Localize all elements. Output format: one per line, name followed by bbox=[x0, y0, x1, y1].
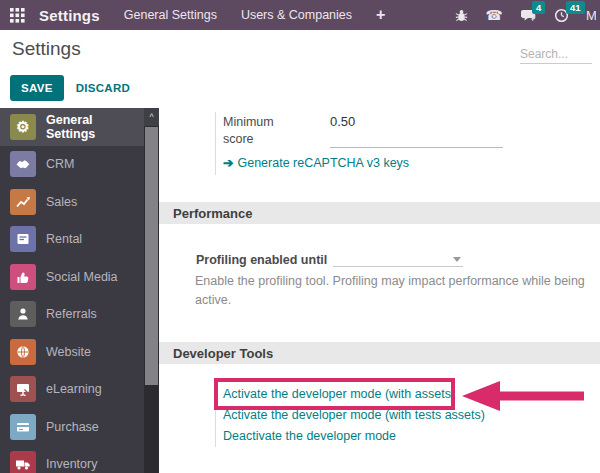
developer-tools-section-heading: Developer Tools bbox=[159, 342, 600, 364]
settings-sidebar: ⚙ General Settings CRM Sales bbox=[0, 108, 144, 473]
profiling-date-input[interactable] bbox=[333, 250, 463, 267]
menu-users-companies[interactable]: Users & Companies bbox=[241, 8, 352, 22]
minimum-score-setting: Minimum score 0.50 ➔Generate reCAPTCHA v… bbox=[215, 112, 515, 175]
deactivate-dev-mode-link[interactable]: Deactivate the developer mode bbox=[223, 426, 485, 447]
handshake-icon bbox=[10, 151, 36, 177]
generate-recaptcha-link[interactable]: ➔Generate reCAPTCHA v3 keys bbox=[223, 155, 409, 170]
apps-grid-icon[interactable] bbox=[10, 8, 25, 23]
page-header: Settings SAVE DISCARD bbox=[0, 30, 600, 108]
activate-dev-mode-assets-link[interactable]: Activate the developer mode (with assets… bbox=[223, 384, 485, 405]
sidebar-item-purchase[interactable]: Purchase bbox=[0, 408, 144, 446]
sidebar-item-sales[interactable]: Sales bbox=[0, 183, 144, 221]
sidebar-item-referrals[interactable]: Referrals bbox=[0, 296, 144, 334]
scrollbar-thumb[interactable] bbox=[145, 127, 158, 385]
sidebar-item-elearning[interactable]: eLearning bbox=[0, 371, 144, 409]
sidebar-item-social-media[interactable]: Social Media bbox=[0, 258, 144, 296]
globe-icon bbox=[10, 339, 36, 365]
search-input[interactable] bbox=[520, 45, 592, 64]
gear-icon: ⚙ bbox=[10, 114, 36, 140]
profiling-setting: Profiling enabled until bbox=[196, 250, 463, 267]
messages-icon[interactable]: 4 bbox=[520, 8, 537, 23]
truck-icon bbox=[10, 451, 36, 473]
settings-content: Minimum score 0.50 ➔Generate reCAPTCHA v… bbox=[159, 108, 600, 473]
app-name[interactable]: Settings bbox=[39, 7, 100, 24]
top-navbar: Settings General Settings Users & Compan… bbox=[0, 0, 600, 30]
save-button[interactable]: SAVE bbox=[10, 75, 64, 101]
odoo-settings-window: Settings General Settings Users & Compan… bbox=[0, 0, 600, 473]
developer-tools-links: Activate the developer mode (with assets… bbox=[215, 384, 485, 447]
performance-section-heading: Performance bbox=[159, 202, 600, 224]
card-icon bbox=[10, 414, 36, 440]
minimum-score-label: Minimum score bbox=[223, 114, 330, 148]
chart-icon bbox=[10, 189, 36, 215]
messages-count-badge: 4 bbox=[532, 1, 545, 15]
menu-general-settings[interactable]: General Settings bbox=[124, 8, 217, 22]
sidebar-item-crm[interactable]: CRM bbox=[0, 146, 144, 184]
phone-icon[interactable]: ☎ bbox=[486, 7, 503, 23]
user-menu[interactable]: M bbox=[586, 8, 596, 23]
search-box bbox=[520, 44, 592, 64]
scroll-up-icon[interactable]: ^ bbox=[144, 108, 159, 126]
document-icon bbox=[10, 226, 36, 252]
dropdown-caret-icon bbox=[453, 257, 461, 262]
sidebar-item-website[interactable]: Website bbox=[0, 333, 144, 371]
sidebar-item-general-settings[interactable]: ⚙ General Settings bbox=[0, 108, 144, 146]
presentation-icon bbox=[10, 376, 36, 402]
arrow-right-icon: ➔ bbox=[223, 156, 233, 170]
sidebar-item-inventory[interactable]: Inventory bbox=[0, 446, 144, 473]
sidebar-item-rental[interactable]: Rental bbox=[0, 221, 144, 259]
plus-menu-icon[interactable]: + bbox=[376, 6, 385, 24]
debug-bug-icon[interactable] bbox=[454, 8, 469, 23]
person-icon bbox=[10, 301, 36, 327]
profiling-help-text: Enable the profiling tool. Profiling may… bbox=[195, 272, 595, 311]
sidebar-scrollbar[interactable]: ^ bbox=[144, 108, 159, 473]
profiling-label: Profiling enabled until bbox=[196, 253, 327, 267]
activities-count-badge: 41 bbox=[566, 1, 585, 15]
page-title: Settings bbox=[12, 38, 81, 60]
discard-button[interactable]: DISCARD bbox=[76, 82, 131, 94]
activities-clock-icon[interactable]: 41 bbox=[554, 8, 569, 23]
thumbs-up-icon bbox=[10, 264, 36, 290]
activate-dev-mode-tests-link[interactable]: Activate the developer mode (with tests … bbox=[223, 405, 485, 426]
top-menu: General Settings Users & Companies + bbox=[124, 6, 386, 24]
minimum-score-input[interactable]: 0.50 bbox=[330, 114, 503, 148]
apps-grid-icon bbox=[10, 8, 25, 23]
